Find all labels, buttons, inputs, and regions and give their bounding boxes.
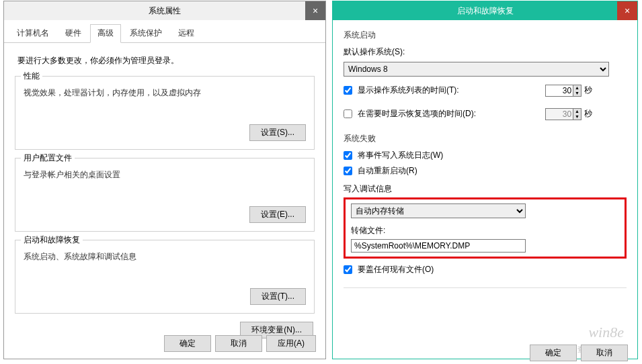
tab-hardware[interactable]: 硬件 (58, 24, 89, 42)
performance-group: 性能 视觉效果，处理器计划，内存使用，以及虚拟内存 设置(S)... (15, 76, 315, 150)
chevron-down-icon: ▼ (573, 91, 581, 96)
tab-computer-name[interactable]: 计算机名 (9, 24, 56, 42)
dump-file-label: 转储文件: (351, 225, 619, 236)
seconds-unit: 秒 (584, 85, 592, 96)
log-event-label: 将事件写入系统日志(W) (358, 150, 443, 161)
group-title: 用户配置文件 (21, 152, 75, 164)
system-failure-section: 系统失败 将事件写入系统日志(W) 自动重新启动(R) 写入调试信息 自动内存转… (344, 133, 627, 275)
ok-button[interactable]: 确定 (164, 335, 211, 352)
section-head: 系统失败 (344, 133, 627, 144)
show-os-list-label: 显示操作系统列表的时间(T): (358, 85, 459, 96)
admin-note: 要进行大多数更改，你必须作为管理员登录。 (17, 55, 312, 66)
spinner: ▲▼ (573, 108, 581, 120)
dump-file-input[interactable] (351, 239, 526, 253)
system-properties-dialog: 系统属性 × 计算机名 硬件 高级 系统保护 远程 要进行大多数更改，你必须作为… (3, 1, 326, 359)
spinner[interactable]: ▲▼ (573, 85, 581, 97)
cancel-button[interactable]: 取消 (215, 335, 262, 352)
section-head: 系统启动 (344, 30, 627, 41)
startup-recovery-group: 启动和故障恢复 系统启动、系统故障和调试信息 设置(T)... (15, 240, 315, 314)
os-list-time-input[interactable] (545, 85, 573, 97)
close-icon[interactable]: × (617, 1, 637, 20)
dump-head: 写入调试信息 (344, 183, 627, 195)
user-profile-group: 用户配置文件 与登录帐户相关的桌面设置 设置(E)... (15, 158, 315, 232)
recovery-time-input (545, 108, 573, 120)
titlebar: 系统属性 × (4, 1, 325, 20)
tab-remote[interactable]: 远程 (171, 24, 202, 42)
default-os-label: 默认操作系统(S): (344, 46, 405, 58)
startup-settings-button[interactable]: 设置(T)... (250, 288, 306, 305)
tab-advanced[interactable]: 高级 (90, 24, 121, 43)
dialog-title: 系统属性 (149, 5, 181, 17)
performance-desc: 视觉效果，处理器计划，内存使用，以及虚拟内存 (24, 87, 306, 99)
log-event-checkbox[interactable]: 将事件写入系统日志(W) (344, 150, 627, 161)
performance-settings-button[interactable]: 设置(S)... (249, 124, 306, 141)
show-os-list-input[interactable] (344, 86, 352, 95)
chevron-up-icon: ▲ (573, 109, 581, 114)
auto-restart-label: 自动重新启动(R) (358, 165, 417, 177)
watermark: win8e (588, 324, 624, 341)
tab-system-protection[interactable]: 系统保护 (122, 24, 169, 42)
show-recovery-label: 在需要时显示恢复选项的时间(D): (358, 108, 476, 120)
overwrite-label: 要盖任何现有文件(O) (358, 264, 434, 275)
profile-desc: 与登录帐户相关的桌面设置 (24, 169, 306, 181)
dump-type-select[interactable]: 自动内存转储 (351, 203, 526, 218)
show-os-list-checkbox[interactable]: 显示操作系统列表的时间(T): (344, 85, 459, 96)
chevron-down-icon: ▼ (573, 114, 581, 120)
dialog-title: 启动和故障恢复 (457, 5, 514, 17)
auto-restart-checkbox[interactable]: 自动重新启动(R) (344, 165, 627, 177)
startup-recovery-dialog: 启动和故障恢复 × 系统启动 默认操作系统(S): Windows 8 显示操作… (332, 1, 638, 359)
group-title: 启动和故障恢复 (21, 234, 83, 246)
ok-button[interactable]: 确定 (530, 345, 577, 361)
default-os-select[interactable]: Windows 8 (344, 62, 609, 77)
auto-restart-input[interactable] (344, 167, 352, 175)
cancel-button[interactable]: 取消 (581, 345, 628, 361)
tab-content: 要进行大多数更改，你必须作为管理员登录。 性能 视觉效果，处理器计划，内存使用，… (4, 43, 325, 347)
show-recovery-input[interactable] (344, 109, 352, 118)
overwrite-checkbox[interactable]: 要盖任何现有文件(O) (344, 264, 627, 275)
dialog-buttons: 确定 取消 (530, 345, 628, 361)
separator (344, 287, 627, 288)
seconds-unit: 秒 (584, 108, 592, 120)
system-startup-section: 系统启动 默认操作系统(S): Windows 8 显示操作系统列表的时间(T)… (344, 30, 627, 124)
dialog-buttons: 确定 取消 应用(A) (164, 335, 316, 352)
overwrite-input[interactable] (344, 265, 352, 274)
log-event-input[interactable] (344, 151, 352, 160)
startup-desc: 系统启动、系统故障和调试信息 (24, 251, 306, 263)
tab-row: 计算机名 硬件 高级 系统保护 远程 (4, 20, 325, 43)
show-recovery-checkbox[interactable]: 在需要时显示恢复选项的时间(D): (344, 108, 476, 120)
titlebar: 启动和故障恢复 × (333, 1, 637, 20)
chevron-up-icon: ▲ (573, 85, 581, 91)
dump-highlight-box: 自动内存转储 转储文件: (344, 197, 627, 259)
apply-button[interactable]: 应用(A) (266, 335, 316, 352)
profile-settings-button[interactable]: 设置(E)... (249, 206, 306, 223)
close-icon[interactable]: × (305, 1, 325, 20)
group-title: 性能 (21, 71, 42, 82)
